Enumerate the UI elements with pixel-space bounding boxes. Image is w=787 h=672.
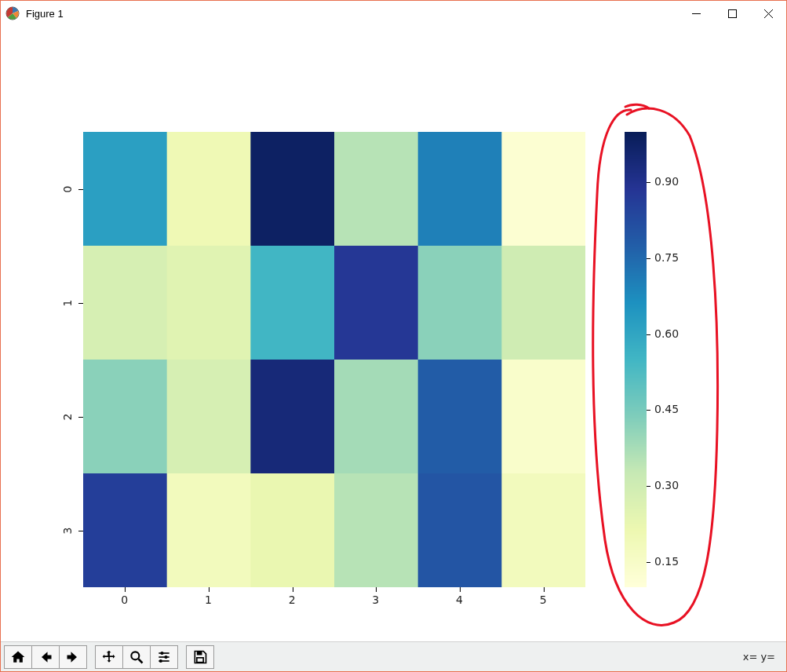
colorbar-tick-label: 0.30 bbox=[654, 479, 679, 491]
y-tick-label: 3 bbox=[61, 527, 74, 534]
svg-point-10 bbox=[164, 655, 167, 658]
plot-canvas-area[interactable]: 0123 012345 0.150.300.450.600.750.90 bbox=[1, 26, 786, 641]
x-tick-label: 3 bbox=[372, 593, 379, 606]
colorbar-tick-label: 0.75 bbox=[654, 251, 679, 264]
matplotlib-icon bbox=[5, 6, 20, 20]
home-button[interactable] bbox=[4, 645, 32, 669]
close-button[interactable] bbox=[750, 1, 786, 26]
heatmap-cells bbox=[83, 132, 585, 587]
svg-rect-2 bbox=[728, 9, 736, 17]
x-tick-label: 2 bbox=[289, 593, 296, 606]
svg-point-8 bbox=[160, 651, 163, 654]
svg-point-12 bbox=[159, 659, 162, 662]
minimize-button[interactable] bbox=[678, 1, 714, 26]
forward-button[interactable] bbox=[59, 645, 87, 669]
save-button[interactable] bbox=[186, 645, 214, 669]
y-tick-label: 2 bbox=[61, 413, 74, 420]
configure-subplots-button[interactable] bbox=[150, 645, 178, 669]
colorbar-gradient bbox=[625, 132, 647, 587]
colorbar-tick-label: 0.60 bbox=[654, 327, 679, 340]
y-tick-label: 1 bbox=[61, 299, 74, 306]
maximize-button[interactable] bbox=[714, 1, 750, 26]
figure-window: Figure 1 0123 012345 0.150.300.450.600.7… bbox=[0, 0, 787, 672]
x-tick-label: 0 bbox=[121, 593, 128, 606]
svg-point-5 bbox=[131, 652, 139, 659]
x-tick-label: 1 bbox=[205, 593, 212, 606]
window-title: Figure 1 bbox=[26, 8, 64, 20]
status-coords: x= y= bbox=[743, 651, 783, 663]
pan-button[interactable] bbox=[95, 645, 123, 669]
y-tick-label: 0 bbox=[61, 185, 74, 192]
titlebar: Figure 1 bbox=[1, 1, 786, 26]
svg-rect-13 bbox=[197, 651, 202, 655]
svg-line-6 bbox=[139, 659, 143, 663]
zoom-button[interactable] bbox=[122, 645, 151, 669]
colorbar-tick-label: 0.15 bbox=[654, 555, 679, 568]
svg-rect-14 bbox=[197, 657, 203, 662]
window-controls bbox=[678, 1, 786, 26]
nav-toolbar: x= y= bbox=[1, 641, 786, 671]
x-tick-label: 4 bbox=[456, 593, 463, 606]
colorbar: 0.150.300.450.600.750.90 bbox=[625, 132, 647, 587]
heatmap-axes: 0123 012345 bbox=[83, 132, 585, 587]
colorbar-tick-label: 0.45 bbox=[654, 403, 679, 415]
x-tick-label: 5 bbox=[540, 593, 547, 606]
colorbar-tick-label: 0.90 bbox=[654, 175, 679, 188]
back-button[interactable] bbox=[31, 645, 60, 669]
